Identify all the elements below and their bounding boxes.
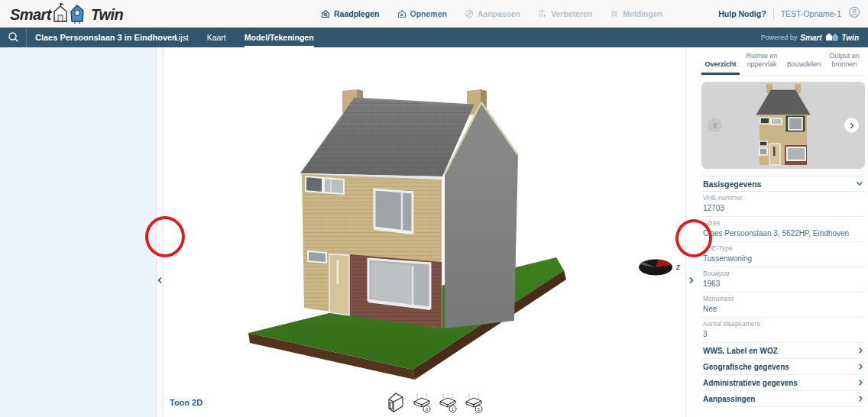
gear-icon (610, 9, 619, 18)
menu-item-opnemen[interactable]: Opnemen (397, 9, 447, 18)
show-all-floors-button[interactable] (386, 391, 406, 417)
chevron-right-icon (858, 347, 863, 354)
property-nav-bar: Claes Persoonslaan 3 in Eindhoven Lijst … (0, 27, 868, 47)
menu-item-label: Opnemen (410, 9, 447, 18)
field-value: Nee (703, 305, 863, 314)
section-label: Administratieve gegevens (703, 379, 798, 387)
menu-item-aanpassen[interactable]: Aanpassen (465, 9, 520, 18)
section-label: Geografische gegevens (703, 363, 789, 371)
field-label: Aantal slaapkamers (703, 320, 863, 328)
view-tabs: Lijst Kaart Model/Tekeningen (174, 27, 314, 47)
chevron-right-icon (858, 379, 863, 386)
section-wws-label-en-woz[interactable]: WWS, Label en WOZ (701, 343, 865, 359)
field-aantal-slaapkamers: Aantal slaapkamers 3 (701, 318, 865, 343)
powered-houses-icon (825, 31, 839, 44)
field-value: Tussenwoning (703, 254, 863, 263)
main-menu: Raadplegen Opnemen Aanpassen (321, 0, 662, 27)
floor-selector: 0 1 2 (386, 391, 484, 417)
toon-2d-button[interactable]: Toon 2D (170, 398, 202, 407)
smart-twin-app: Smart Twin (0, 0, 868, 417)
house-3d-model[interactable] (229, 76, 680, 382)
field-monument: Monument Nee (701, 293, 865, 318)
chart-icon (538, 9, 547, 18)
pencil-icon (465, 9, 474, 18)
house-pencil-icon (397, 9, 406, 18)
field-vhe-type: VHE-Type Tussenwoning (701, 242, 865, 267)
field-bouwjaar: Bouwjaar 1963 (701, 267, 865, 293)
section-title: Basisgegevens (703, 179, 761, 189)
menu-item-label: Raadplegen (334, 9, 380, 18)
field-vhe-nummer: VHE-nummer 12703 (701, 192, 865, 217)
basisgegevens-header[interactable]: Basisgegevens (701, 176, 865, 192)
photo-carousel (701, 82, 865, 169)
collapse-right-strip[interactable] (685, 47, 698, 417)
powered-by-label: Powered by (761, 34, 798, 41)
field-label: VHE-nummer (703, 194, 863, 202)
chevron-left-icon (157, 276, 163, 284)
logo-text-left: Smart (10, 6, 51, 24)
menu-item-label: Verbeteren (551, 9, 592, 18)
chevron-right-icon (858, 363, 863, 370)
chevron-down-icon (856, 181, 863, 186)
floor-0-button[interactable]: 0 (413, 392, 432, 417)
section-aanpassingen[interactable]: Aanpassingen (701, 391, 865, 407)
tab-kaart[interactable]: Kaart (207, 27, 226, 47)
powered-by: Powered by Smart Twin (761, 27, 859, 47)
house-search-icon (321, 9, 330, 18)
compass-gizmo[interactable]: z (638, 258, 687, 278)
property-photo-front (754, 84, 812, 166)
powered-brand-left: Smart (800, 34, 821, 42)
field-label: Adres (703, 219, 863, 227)
details-panel: Overzicht Ruimte en oppervlak Bouwdelen … (697, 47, 868, 417)
tab-lijst[interactable]: Lijst (174, 27, 189, 47)
section-label: Aanpassingen (703, 395, 755, 403)
section-administratieve-gegevens[interactable]: Administratieve gegevens (701, 375, 865, 391)
app-logo[interactable]: Smart Twin (10, 3, 123, 27)
menu-item-label: Meldingen (623, 9, 662, 18)
tab-model-tekeningen[interactable]: Model/Tekeningen (245, 27, 314, 47)
field-value: 3 (703, 330, 863, 339)
menu-item-meldingen[interactable]: Meldingen (610, 9, 662, 18)
logo-houses-icon (53, 3, 89, 27)
field-label: Monument (703, 295, 863, 302)
field-label: VHE-Type (703, 244, 863, 252)
menu-item-label: Aanpassen (478, 9, 520, 18)
tab-overzicht[interactable]: Overzicht (701, 60, 740, 75)
search-icon[interactable] (8, 31, 20, 47)
left-side-panel (0, 47, 157, 417)
top-bar: Smart Twin (0, 0, 868, 28)
divider (773, 8, 774, 20)
chevron-right-icon (688, 276, 695, 284)
top-right-controls: Hulp Nodig? TEST-Opname-1 (718, 0, 860, 27)
menu-item-verbeteren[interactable]: Verbeteren (538, 9, 592, 18)
help-link[interactable]: Hulp Nodig? (718, 9, 766, 18)
collapse-left-strip[interactable] (157, 47, 164, 417)
logo-text-right: Twin (91, 6, 123, 24)
section-geografische-gegevens[interactable]: Geografische gegevens (701, 359, 865, 375)
field-adres: Adres Claes Persoonslaan 3, 5622HP, Eind… (701, 217, 865, 242)
field-label: Bouwjaar (703, 270, 863, 277)
tab-output-en-bronnen[interactable]: Output en bronnen (824, 52, 865, 75)
section-label: WWS, Label en WOZ (703, 347, 778, 355)
divider (26, 27, 27, 47)
field-value: 1963 (703, 280, 863, 289)
menu-item-raadplegen[interactable]: Raadplegen (321, 9, 380, 18)
powered-brand-right: Twin (842, 34, 859, 42)
tab-ruimte-en-oppervlak[interactable]: Ruimte en oppervlak (740, 52, 784, 75)
carousel-prev-button[interactable] (708, 118, 722, 133)
compass-z-label: z (675, 263, 680, 271)
details-tabs: Overzicht Ruimte en oppervlak Bouwdelen … (701, 47, 865, 76)
field-value: Claes Persoonslaan 3, 5622HP, Eindhoven (703, 229, 863, 238)
floor-1-button[interactable]: 1 (439, 392, 458, 417)
field-value: 12703 (703, 204, 863, 213)
tab-bouwdelen[interactable]: Bouwdelen (784, 60, 824, 75)
session-selector[interactable]: TEST-Opname-1 (781, 9, 841, 18)
property-title: Claes Persoonslaan 3 in Eindhoven (35, 33, 177, 42)
chevron-right-icon (858, 395, 863, 402)
account-icon[interactable] (848, 6, 860, 21)
carousel-next-button[interactable] (844, 118, 859, 133)
floor-2-button[interactable]: 2 (465, 392, 484, 417)
